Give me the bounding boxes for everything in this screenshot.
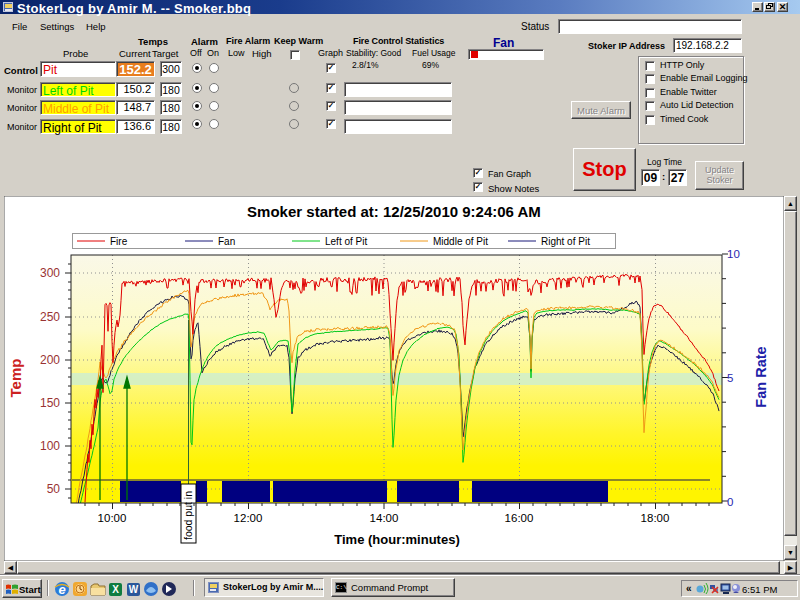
svg-text:5: 5 bbox=[727, 372, 733, 384]
svg-text:18:00: 18:00 bbox=[641, 512, 670, 524]
svg-text:Fan: Fan bbox=[218, 236, 235, 247]
svg-text:12:00: 12:00 bbox=[234, 512, 263, 524]
svg-text:Smoker started at: 12/25/2010: Smoker started at: 12/25/2010 9:24:06 AM bbox=[247, 203, 541, 220]
svg-text:X: X bbox=[112, 584, 119, 595]
svg-text:10: 10 bbox=[727, 248, 740, 260]
svg-text:300: 300 bbox=[40, 266, 60, 280]
svg-text:250: 250 bbox=[40, 310, 60, 324]
svg-text:10:00: 10:00 bbox=[98, 512, 127, 524]
svg-text:150: 150 bbox=[40, 396, 60, 410]
svg-text:Temp: Temp bbox=[7, 359, 24, 398]
svg-text:200: 200 bbox=[40, 353, 60, 367]
svg-text:50: 50 bbox=[47, 482, 61, 496]
svg-text:0: 0 bbox=[727, 496, 733, 508]
svg-text:Fan Rate: Fan Rate bbox=[753, 346, 769, 407]
svg-text:Right of Pit: Right of Pit bbox=[541, 236, 590, 247]
svg-text:Fire: Fire bbox=[110, 236, 128, 247]
svg-text:14:00: 14:00 bbox=[370, 512, 399, 524]
svg-text:100: 100 bbox=[40, 439, 60, 453]
svg-text:Left of Pit: Left of Pit bbox=[325, 236, 367, 247]
svg-text:food put in: food put in bbox=[182, 491, 194, 540]
svg-text:Time (hour:minutes): Time (hour:minutes) bbox=[334, 532, 459, 547]
svg-text:Middle of Pit: Middle of Pit bbox=[433, 236, 488, 247]
svg-text:W: W bbox=[129, 584, 139, 595]
svg-text:16:00: 16:00 bbox=[505, 512, 534, 524]
